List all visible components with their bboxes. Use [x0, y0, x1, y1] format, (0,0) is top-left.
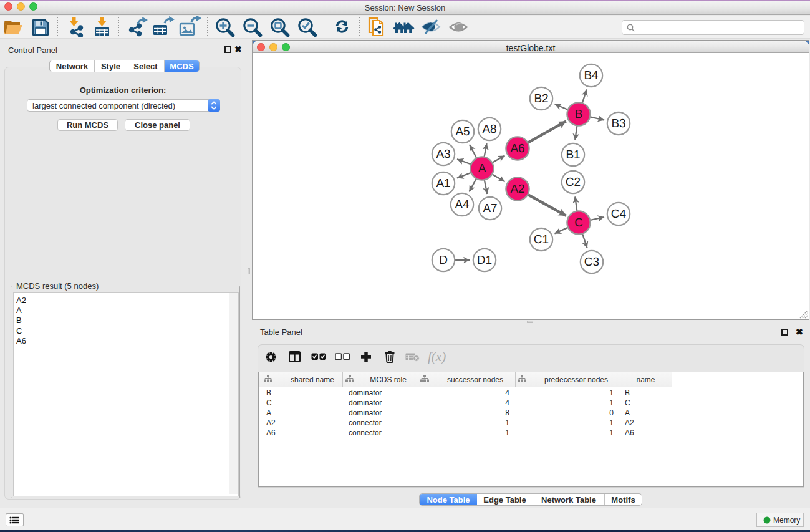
svg-text:B3: B3 — [611, 117, 625, 130]
svg-text:D: D — [439, 254, 448, 267]
svg-text:A: A — [478, 162, 486, 175]
svg-text:C1: C1 — [534, 233, 549, 246]
svg-text:A5: A5 — [455, 125, 470, 138]
svg-text:B4: B4 — [584, 69, 599, 82]
svg-text:A2: A2 — [510, 183, 524, 196]
svg-text:C3: C3 — [584, 256, 599, 269]
svg-text:A8: A8 — [482, 123, 496, 136]
svg-text:C: C — [574, 216, 583, 230]
svg-text:C4: C4 — [611, 208, 627, 221]
svg-text:B1: B1 — [566, 148, 580, 162]
svg-text:A3: A3 — [436, 148, 450, 161]
svg-text:A7: A7 — [483, 202, 497, 215]
svg-text:A6: A6 — [510, 142, 524, 155]
svg-text:D1: D1 — [477, 254, 492, 267]
svg-text:A1: A1 — [436, 177, 450, 190]
svg-text:B2: B2 — [534, 92, 548, 105]
svg-text:B: B — [575, 108, 583, 121]
svg-text:A4: A4 — [455, 198, 470, 211]
svg-text:C2: C2 — [566, 176, 581, 189]
